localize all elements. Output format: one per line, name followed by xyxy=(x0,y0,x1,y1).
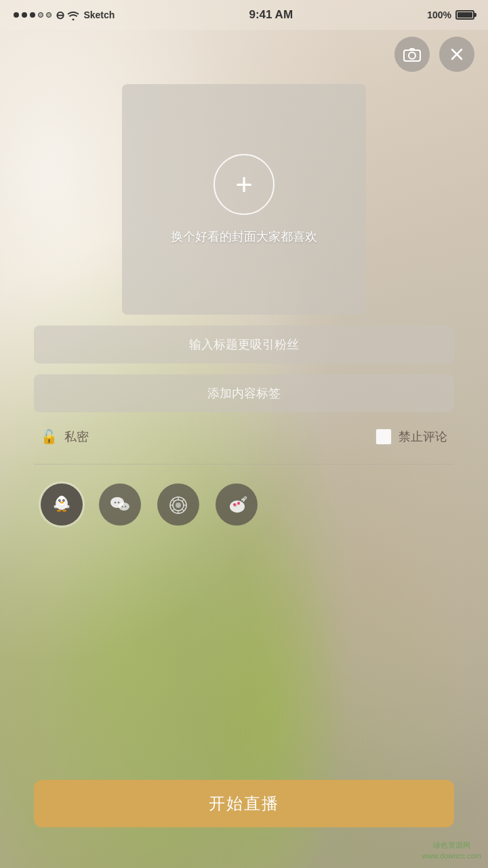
private-toggle[interactable]: 🔓 私密 xyxy=(41,429,89,445)
divider xyxy=(34,464,454,465)
start-live-label: 开始直播 xyxy=(209,794,279,812)
signal-dot-3 xyxy=(30,12,35,18)
svg-line-30 xyxy=(182,509,184,511)
svg-point-33 xyxy=(230,500,245,513)
start-live-button[interactable]: 开始直播 xyxy=(34,780,454,827)
svg-point-10 xyxy=(64,500,65,501)
wifi-icon: ⊖ xyxy=(56,9,79,22)
battery-percent: 100% xyxy=(427,9,451,20)
signal-dot-4 xyxy=(38,12,43,18)
start-button-container: 开始直播 xyxy=(34,780,454,827)
watermark-line1: 绿色资源网 xyxy=(422,840,481,850)
status-time: 9:41 AM xyxy=(249,8,293,22)
top-actions xyxy=(394,30,474,79)
svg-point-21 xyxy=(125,506,126,507)
svg-point-14 xyxy=(57,510,61,512)
disable-comments-checkbox[interactable] xyxy=(375,429,392,445)
weibo-share-button[interactable] xyxy=(216,484,258,526)
svg-point-36 xyxy=(234,504,237,507)
camera-button[interactable] xyxy=(394,37,430,72)
signal-dots xyxy=(14,12,52,18)
svg-point-11 xyxy=(60,502,64,504)
add-cover-circle: + xyxy=(214,154,274,215)
cover-upload-area[interactable]: + 换个好看的封面大家都喜欢 xyxy=(122,84,366,315)
battery-icon xyxy=(455,10,474,20)
svg-point-9 xyxy=(60,500,61,501)
toggle-row: 🔓 私密 禁止评论 xyxy=(34,423,454,450)
signal-dot-2 xyxy=(22,12,27,18)
qq-share-button[interactable] xyxy=(41,484,83,526)
signal-dot-1 xyxy=(14,12,19,18)
svg-point-24 xyxy=(176,502,181,508)
status-left: ⊖ Sketch xyxy=(14,9,115,22)
battery-fill xyxy=(458,12,472,18)
status-bar: ⊖ Sketch 9:41 AM 100% xyxy=(0,0,488,30)
svg-point-17 xyxy=(115,502,117,504)
watermark-line2: www.downcc.com xyxy=(422,851,481,861)
svg-line-31 xyxy=(173,509,175,511)
svg-rect-2 xyxy=(409,48,415,51)
close-button[interactable] xyxy=(439,37,474,72)
svg-point-12 xyxy=(54,505,59,509)
carrier-label: Sketch xyxy=(83,9,115,20)
lock-icon: 🔓 xyxy=(41,429,58,445)
disable-comments-toggle[interactable]: 禁止评论 xyxy=(375,429,447,445)
camera-share-button[interactable] xyxy=(157,484,199,526)
svg-line-29 xyxy=(173,500,175,502)
status-right: 100% xyxy=(427,9,474,20)
svg-point-1 xyxy=(409,52,415,59)
svg-point-19 xyxy=(119,502,129,511)
private-label: 私密 xyxy=(64,429,89,445)
title-input[interactable] xyxy=(34,326,454,363)
svg-point-18 xyxy=(118,502,120,504)
svg-point-37 xyxy=(237,502,240,505)
cover-hint-text: 换个好看的封面大家都喜欢 xyxy=(171,229,317,245)
svg-point-20 xyxy=(121,506,123,507)
tag-input[interactable] xyxy=(34,374,454,412)
social-share-row xyxy=(34,478,454,531)
plus-symbol: + xyxy=(235,170,253,199)
main-content: + 换个好看的封面大家都喜欢 🔓 私密 禁止评论 xyxy=(0,30,488,868)
svg-point-13 xyxy=(65,505,70,509)
svg-line-32 xyxy=(182,500,184,502)
svg-point-15 xyxy=(62,510,66,512)
disable-comments-label: 禁止评论 xyxy=(399,429,447,445)
watermark: 绿色资源网 www.downcc.com xyxy=(422,840,481,861)
wechat-share-button[interactable] xyxy=(99,484,141,526)
signal-dot-5 xyxy=(46,12,52,18)
